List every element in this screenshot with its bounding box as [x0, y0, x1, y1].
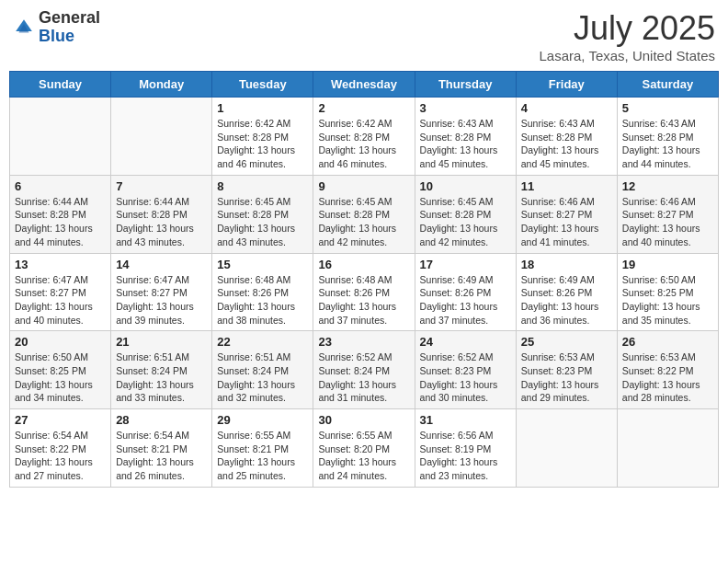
day-info: Sunrise: 6:52 AM Sunset: 8:24 PM Dayligh… — [318, 350, 409, 405]
logo-blue-text: Blue — [39, 27, 74, 45]
day-info: Sunrise: 6:54 AM Sunset: 8:21 PM Dayligh… — [116, 429, 207, 483]
day-info: Sunrise: 6:43 AM Sunset: 8:28 PM Dayligh… — [622, 117, 713, 171]
day-number: 17 — [420, 258, 511, 271]
day-info: Sunrise: 6:49 AM Sunset: 8:26 PM Dayligh… — [521, 273, 612, 327]
table-row — [111, 98, 212, 176]
day-number: 1 — [217, 101, 308, 115]
day-info: Sunrise: 6:43 AM Sunset: 8:28 PM Dayligh… — [420, 117, 511, 171]
table-row: 21Sunrise: 6:51 AM Sunset: 8:24 PM Dayli… — [111, 331, 212, 409]
table-row: 29Sunrise: 6:55 AM Sunset: 8:21 PM Dayli… — [212, 409, 313, 488]
col-saturday: Saturday — [617, 72, 718, 98]
logo-general-text: General — [39, 8, 100, 27]
day-info: Sunrise: 6:47 AM Sunset: 8:27 PM Dayligh… — [15, 273, 106, 327]
day-number: 27 — [15, 413, 106, 427]
table-row: 2Sunrise: 6:42 AM Sunset: 8:28 PM Daylig… — [313, 98, 415, 176]
day-number: 4 — [521, 101, 612, 115]
table-row: 22Sunrise: 6:51 AM Sunset: 8:24 PM Dayli… — [212, 331, 313, 409]
col-sunday: Sunday — [10, 72, 111, 98]
day-number: 9 — [318, 179, 409, 193]
day-info: Sunrise: 6:44 AM Sunset: 8:28 PM Dayligh… — [116, 195, 207, 249]
location-title: Lasara, Texas, United States — [540, 48, 716, 63]
day-info: Sunrise: 6:51 AM Sunset: 8:24 PM Dayligh… — [116, 350, 207, 405]
table-row — [516, 409, 617, 488]
calendar-week-row: 13Sunrise: 6:47 AM Sunset: 8:27 PM Dayli… — [10, 253, 719, 331]
table-row: 25Sunrise: 6:53 AM Sunset: 8:23 PM Dayli… — [516, 331, 617, 409]
day-info: Sunrise: 6:55 AM Sunset: 8:20 PM Dayligh… — [318, 429, 409, 483]
table-row: 16Sunrise: 6:48 AM Sunset: 8:26 PM Dayli… — [313, 253, 415, 331]
day-info: Sunrise: 6:51 AM Sunset: 8:24 PM Dayligh… — [217, 350, 308, 405]
table-row: 3Sunrise: 6:43 AM Sunset: 8:28 PM Daylig… — [415, 98, 516, 176]
day-number: 31 — [420, 413, 511, 427]
day-number: 3 — [420, 101, 511, 115]
table-row: 4Sunrise: 6:43 AM Sunset: 8:28 PM Daylig… — [516, 98, 617, 176]
page-header: General Blue July 2025 Lasara, Texas, Un… — [9, 9, 719, 63]
day-number: 8 — [217, 179, 308, 193]
day-number: 15 — [217, 258, 308, 271]
table-row: 23Sunrise: 6:52 AM Sunset: 8:24 PM Dayli… — [313, 331, 415, 409]
table-row: 14Sunrise: 6:47 AM Sunset: 8:27 PM Dayli… — [111, 253, 212, 331]
table-row: 18Sunrise: 6:49 AM Sunset: 8:26 PM Dayli… — [516, 253, 617, 331]
title-block: July 2025 Lasara, Texas, United States — [540, 9, 716, 63]
day-info: Sunrise: 6:42 AM Sunset: 8:28 PM Dayligh… — [217, 117, 308, 171]
table-row: 28Sunrise: 6:54 AM Sunset: 8:21 PM Dayli… — [111, 409, 212, 488]
day-number: 10 — [420, 179, 511, 193]
day-info: Sunrise: 6:52 AM Sunset: 8:23 PM Dayligh… — [420, 350, 511, 405]
day-info: Sunrise: 6:53 AM Sunset: 8:23 PM Dayligh… — [521, 350, 612, 405]
day-number: 22 — [217, 335, 308, 349]
table-row: 19Sunrise: 6:50 AM Sunset: 8:25 PM Dayli… — [617, 253, 718, 331]
day-info: Sunrise: 6:56 AM Sunset: 8:19 PM Dayligh… — [420, 429, 511, 483]
day-number: 20 — [15, 335, 106, 349]
table-row: 31Sunrise: 6:56 AM Sunset: 8:19 PM Dayli… — [415, 409, 516, 488]
day-info: Sunrise: 6:43 AM Sunset: 8:28 PM Dayligh… — [521, 117, 612, 171]
day-number: 18 — [521, 258, 612, 271]
table-row: 1Sunrise: 6:42 AM Sunset: 8:28 PM Daylig… — [212, 98, 313, 176]
table-row: 26Sunrise: 6:53 AM Sunset: 8:22 PM Dayli… — [617, 331, 718, 409]
day-info: Sunrise: 6:44 AM Sunset: 8:28 PM Dayligh… — [15, 195, 106, 249]
day-info: Sunrise: 6:48 AM Sunset: 8:26 PM Dayligh… — [318, 273, 409, 327]
day-info: Sunrise: 6:42 AM Sunset: 8:28 PM Dayligh… — [318, 117, 409, 171]
table-row: 5Sunrise: 6:43 AM Sunset: 8:28 PM Daylig… — [617, 98, 718, 176]
day-number: 30 — [318, 413, 409, 427]
table-row: 20Sunrise: 6:50 AM Sunset: 8:25 PM Dayli… — [10, 331, 111, 409]
day-number: 6 — [15, 179, 106, 193]
day-info: Sunrise: 6:46 AM Sunset: 8:27 PM Dayligh… — [622, 195, 713, 249]
day-number: 11 — [521, 179, 612, 193]
table-row: 8Sunrise: 6:45 AM Sunset: 8:28 PM Daylig… — [212, 175, 313, 253]
day-info: Sunrise: 6:45 AM Sunset: 8:28 PM Dayligh… — [318, 195, 409, 249]
table-row: 27Sunrise: 6:54 AM Sunset: 8:22 PM Dayli… — [10, 409, 111, 488]
day-info: Sunrise: 6:49 AM Sunset: 8:26 PM Dayligh… — [420, 273, 511, 327]
day-number: 2 — [318, 101, 409, 115]
table-row: 15Sunrise: 6:48 AM Sunset: 8:26 PM Dayli… — [212, 253, 313, 331]
day-number: 24 — [420, 335, 511, 349]
day-number: 16 — [318, 258, 409, 271]
day-info: Sunrise: 6:53 AM Sunset: 8:22 PM Dayligh… — [622, 350, 713, 405]
table-row: 17Sunrise: 6:49 AM Sunset: 8:26 PM Dayli… — [415, 253, 516, 331]
day-info: Sunrise: 6:47 AM Sunset: 8:27 PM Dayligh… — [116, 273, 207, 327]
table-row — [10, 98, 111, 176]
table-row: 10Sunrise: 6:45 AM Sunset: 8:28 PM Dayli… — [415, 175, 516, 253]
calendar-week-row: 27Sunrise: 6:54 AM Sunset: 8:22 PM Dayli… — [10, 409, 719, 488]
logo: General Blue — [13, 9, 100, 46]
day-info: Sunrise: 6:45 AM Sunset: 8:28 PM Dayligh… — [420, 195, 511, 249]
table-row: 7Sunrise: 6:44 AM Sunset: 8:28 PM Daylig… — [111, 175, 212, 253]
table-row — [617, 409, 718, 488]
day-info: Sunrise: 6:50 AM Sunset: 8:25 PM Dayligh… — [15, 350, 106, 405]
day-number: 12 — [622, 179, 713, 193]
table-row: 30Sunrise: 6:55 AM Sunset: 8:20 PM Dayli… — [313, 409, 415, 488]
day-number: 25 — [521, 335, 612, 349]
col-wednesday: Wednesday — [313, 72, 415, 98]
day-number: 19 — [622, 258, 713, 271]
table-row: 24Sunrise: 6:52 AM Sunset: 8:23 PM Dayli… — [415, 331, 516, 409]
day-info: Sunrise: 6:55 AM Sunset: 8:21 PM Dayligh… — [217, 429, 308, 483]
day-number: 26 — [622, 335, 713, 349]
day-number: 21 — [116, 335, 207, 349]
calendar-week-row: 6Sunrise: 6:44 AM Sunset: 8:28 PM Daylig… — [10, 175, 719, 253]
table-row: 11Sunrise: 6:46 AM Sunset: 8:27 PM Dayli… — [516, 175, 617, 253]
day-info: Sunrise: 6:54 AM Sunset: 8:22 PM Dayligh… — [15, 429, 106, 483]
day-number: 14 — [116, 258, 207, 271]
day-info: Sunrise: 6:45 AM Sunset: 8:28 PM Dayligh… — [217, 195, 308, 249]
day-number: 23 — [318, 335, 409, 349]
col-monday: Monday — [111, 72, 212, 98]
month-title: July 2025 — [540, 9, 716, 48]
col-thursday: Thursday — [415, 72, 516, 98]
